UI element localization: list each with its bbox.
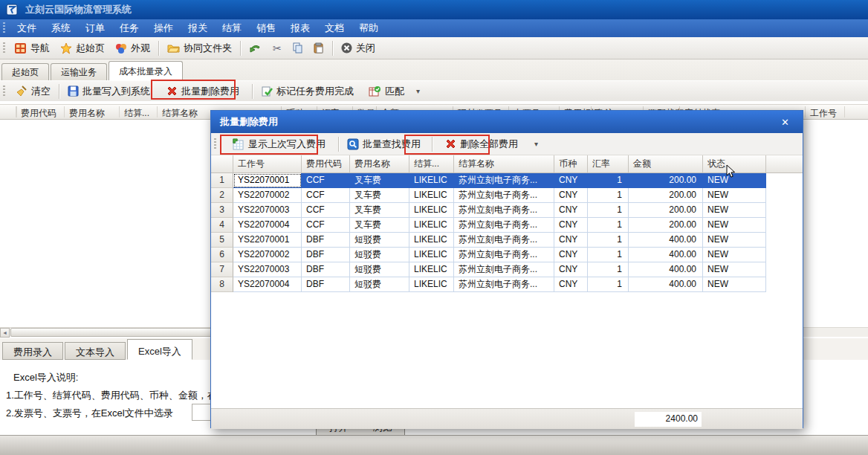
cell-status[interactable]: NEW: [703, 218, 766, 233]
shared-folder-button[interactable]: 协同文件夹: [162, 40, 237, 57]
bottom-tab-2[interactable]: Excel导入: [127, 339, 192, 360]
cell-name[interactable]: 短驳费: [350, 233, 409, 248]
cell-rate[interactable]: 1: [588, 233, 629, 248]
cell-settle_name[interactable]: 苏州立刻电子商务...: [454, 277, 554, 292]
cell-code[interactable]: DBF: [302, 248, 350, 262]
cell-name[interactable]: 叉车费: [350, 188, 409, 203]
cell-code[interactable]: CCF: [302, 218, 350, 233]
menu-item-5[interactable]: 报关: [181, 19, 215, 37]
cell-job[interactable]: YS22070004: [233, 218, 302, 233]
partial-input-field[interactable]: [192, 404, 210, 421]
cell-rate[interactable]: 1: [588, 218, 629, 233]
cell-code[interactable]: CCF: [302, 188, 350, 203]
cell-rate[interactable]: 1: [588, 262, 629, 277]
fee-column-header[interactable]: 结算名称: [454, 155, 554, 172]
menu-item-7[interactable]: 销售: [249, 19, 283, 37]
fee-column-header[interactable]: 费用代码: [302, 155, 350, 172]
undo-button[interactable]: [244, 42, 268, 55]
show-last-button[interactable]: 显示上次写入费用: [227, 136, 331, 152]
cell-name[interactable]: 叉车费: [350, 203, 409, 218]
cell-status[interactable]: NEW: [703, 262, 766, 277]
clear-button[interactable]: 清空: [10, 83, 56, 100]
cell-currency[interactable]: CNY: [554, 173, 588, 188]
fee-column-header[interactable]: 币种: [554, 155, 588, 172]
cell-currency[interactable]: CNY: [554, 203, 588, 218]
table-row[interactable]: 3YS22070003CCF叉车费LIKELIC苏州立刻电子商务...CNY12…: [211, 203, 766, 218]
cell-settle_name[interactable]: 苏州立刻电子商务...: [454, 188, 554, 203]
cell-amount[interactable]: 400.00: [629, 233, 703, 248]
toolbar-dropdown-button[interactable]: ▾: [412, 85, 424, 97]
cell-job[interactable]: YS22070001: [233, 233, 302, 248]
cell-settle_name[interactable]: 苏州立刻电子商务...: [454, 203, 554, 218]
table-row[interactable]: 4YS22070004CCF叉车费LIKELIC苏州立刻电子商务...CNY12…: [211, 218, 766, 233]
fee-column-header[interactable]: 工作号: [233, 155, 302, 172]
cell-job[interactable]: YS22070002: [233, 248, 302, 262]
cell-amount[interactable]: 400.00: [629, 277, 703, 292]
scroll-left-button[interactable]: ◄: [0, 328, 10, 338]
cell-settle[interactable]: LIKELIC: [409, 262, 454, 277]
cell-settle_name[interactable]: 苏州立刻电子商务...: [454, 262, 554, 277]
cell-status[interactable]: NEW: [703, 233, 766, 248]
fee-column-header[interactable]: 金额: [629, 155, 703, 172]
menu-item-0[interactable]: 文件: [10, 19, 44, 37]
fee-column-header[interactable]: 结算...: [409, 155, 454, 172]
cell-currency[interactable]: CNY: [554, 277, 588, 292]
batch-find-button[interactable]: 批量查找费用: [342, 136, 426, 152]
appearance-button[interactable]: 外观: [110, 40, 155, 57]
fee-column-header[interactable]: 费用名称: [350, 155, 409, 172]
paste-button[interactable]: [308, 41, 329, 55]
cell-code[interactable]: DBF: [302, 262, 350, 277]
menu-item-2[interactable]: 订单: [78, 19, 112, 37]
cell-status[interactable]: NEW: [703, 188, 766, 203]
mark-done-button[interactable]: 标记任务费用完成: [256, 83, 359, 100]
menu-item-6[interactable]: 结算: [215, 19, 249, 37]
cell-name[interactable]: 短驳费: [350, 248, 409, 262]
table-row[interactable]: 7YS22070003DBF短驳费LIKELIC苏州立刻电子商务...CNY14…: [211, 262, 766, 277]
menu-item-3[interactable]: 任务: [112, 19, 146, 37]
fee-column-header[interactable]: [211, 155, 233, 172]
tab-2[interactable]: 成本批量录入: [108, 61, 183, 80]
cell-settle_name[interactable]: 苏州立刻电子商务...: [454, 218, 554, 233]
cell-status[interactable]: NEW: [703, 277, 766, 292]
table-row[interactable]: 5YS22070001DBF短驳费LIKELIC苏州立刻电子商务...CNY14…: [211, 233, 766, 248]
cell-amount[interactable]: 200.00: [629, 188, 703, 203]
cell-rate[interactable]: 1: [588, 173, 629, 188]
menu-item-4[interactable]: 操作: [146, 19, 181, 37]
cell-rate[interactable]: 1: [588, 277, 629, 292]
dialog-toolbar-dropdown[interactable]: ▾: [531, 138, 542, 149]
dialog-close-icon[interactable]: ✕: [777, 116, 794, 129]
menu-item-1[interactable]: 系统: [44, 19, 78, 37]
menu-item-9[interactable]: 文档: [317, 19, 352, 37]
match-button[interactable]: 匹配: [363, 83, 409, 100]
cell-name[interactable]: 叉车费: [350, 218, 409, 233]
cell-amount[interactable]: 200.00: [629, 173, 703, 188]
bottom-tab-0[interactable]: 费用录入: [2, 342, 63, 360]
close-button[interactable]: 关闭: [336, 40, 380, 57]
cell-job[interactable]: YS22070001: [233, 173, 302, 188]
menu-item-10[interactable]: 帮助: [352, 19, 386, 37]
delete-all-button[interactable]: 删除全部费用: [440, 136, 523, 152]
cell-code[interactable]: CCF: [302, 203, 350, 218]
bottom-tab-1[interactable]: 文本导入: [65, 342, 126, 360]
table-row[interactable]: 6YS22070002DBF短驳费LIKELIC苏州立刻电子商务...CNY14…: [211, 248, 766, 262]
cell-job[interactable]: YS22070003: [233, 203, 302, 218]
cell-status[interactable]: NEW: [703, 203, 766, 218]
cut-button[interactable]: ✂: [268, 41, 287, 56]
batch-write-button[interactable]: 批量写入到系统: [62, 83, 155, 100]
cell-currency[interactable]: CNY: [554, 188, 588, 203]
cell-currency[interactable]: CNY: [554, 233, 588, 248]
table-row[interactable]: 2YS22070002CCF叉车费LIKELIC苏州立刻电子商务...CNY12…: [211, 188, 766, 203]
cell-rate[interactable]: 1: [588, 203, 629, 218]
cell-settle_name[interactable]: 苏州立刻电子商务...: [454, 248, 554, 262]
tab-0[interactable]: 起始页: [1, 63, 49, 80]
cell-amount[interactable]: 200.00: [629, 218, 703, 233]
cell-code[interactable]: DBF: [302, 233, 350, 248]
cell-job[interactable]: YS22070004: [233, 277, 302, 292]
cell-code[interactable]: DBF: [302, 277, 350, 292]
cell-amount[interactable]: 200.00: [629, 203, 703, 218]
menu-item-8[interactable]: 报表: [283, 19, 317, 37]
fee-column-header[interactable]: 汇率: [588, 155, 629, 172]
nav-button[interactable]: 导航: [10, 40, 55, 57]
cell-settle[interactable]: LIKELIC: [409, 248, 454, 262]
cell-status[interactable]: NEW: [703, 248, 766, 262]
